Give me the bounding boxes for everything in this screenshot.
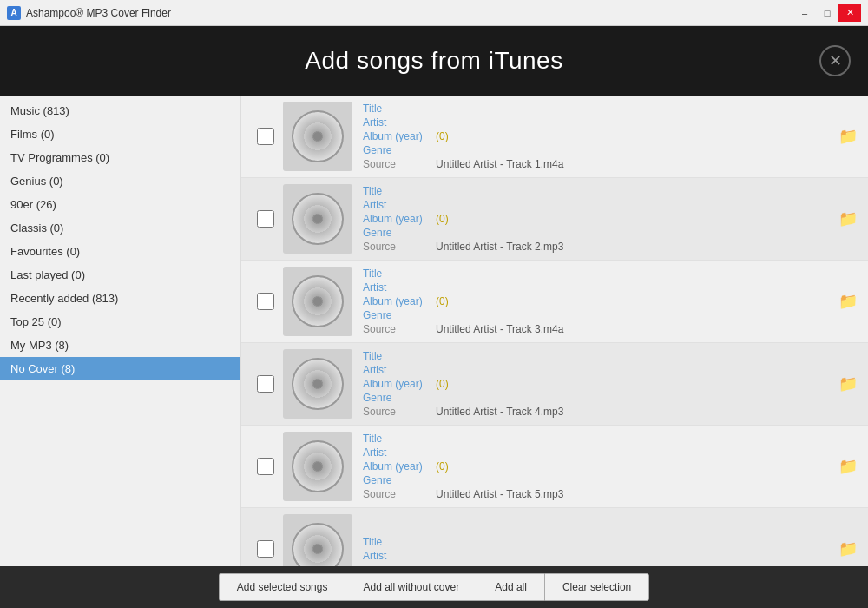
- footer: Add selected songs Add all without cover…: [0, 566, 868, 608]
- clear-selection-button[interactable]: Clear selection: [544, 573, 649, 601]
- title-field-3: Title: [363, 350, 828, 362]
- sidebar-item-5[interactable]: Classis (0): [0, 216, 240, 240]
- folder-icon-4[interactable]: 📁: [835, 453, 861, 479]
- source-value-4: Untitled Artist - Track 5.mp3: [436, 488, 563, 500]
- sidebar-item-8[interactable]: Recently added (813): [0, 287, 240, 310]
- source-label-4: Source: [363, 488, 432, 500]
- genre-field-3: Genre: [363, 392, 828, 404]
- song-checkbox-1[interactable]: [257, 210, 274, 228]
- title-label-5: Title: [363, 536, 432, 548]
- source-field-2: SourceUntitled Artist - Track 3.m4a: [363, 323, 828, 335]
- song-cover-1: [283, 184, 352, 254]
- sidebar-item-11[interactable]: No Cover (8): [0, 357, 240, 380]
- minimize-button[interactable]: –: [793, 4, 816, 22]
- title-field-5: Title: [363, 536, 828, 548]
- title-field-2: Title: [363, 268, 828, 280]
- artist-label-3: Artist: [363, 364, 432, 376]
- header: Add songs from iTunes ✕: [0, 26, 868, 96]
- album-year-field-4: Album (year)(0): [363, 460, 828, 473]
- album-year-label-3: Album (year): [363, 378, 432, 390]
- album-year-value-3: (0): [436, 378, 449, 390]
- source-value-1: Untitled Artist - Track 2.mp3: [436, 241, 563, 253]
- song-checkbox-3[interactable]: [257, 375, 274, 393]
- window-title: Ashampoo® MP3 Cover Finder: [26, 7, 171, 19]
- artist-field-5: Artist: [363, 550, 828, 562]
- source-value-2: Untitled Artist - Track 3.m4a: [436, 323, 563, 335]
- song-details-3: TitleArtistAlbum (year)(0)GenreSourceUnt…: [363, 350, 828, 418]
- title-bar-left: A Ashampoo® MP3 Cover Finder: [7, 6, 171, 20]
- artist-field-0: Artist: [363, 116, 828, 129]
- sidebar-item-2[interactable]: TV Programmes (0): [0, 146, 240, 169]
- album-year-value-2: (0): [436, 295, 449, 307]
- artist-label-4: Artist: [363, 446, 432, 459]
- folder-icon-1[interactable]: 📁: [835, 206, 861, 232]
- artist-label-2: Artist: [363, 281, 432, 294]
- artist-field-4: Artist: [363, 446, 828, 459]
- sidebar-item-9[interactable]: Top 25 (0): [0, 310, 240, 334]
- song-checkbox-2[interactable]: [257, 293, 274, 310]
- restore-button[interactable]: □: [816, 4, 838, 22]
- genre-field-1: Genre: [363, 227, 828, 239]
- window-close-button[interactable]: ✕: [838, 4, 861, 22]
- album-year-value-4: (0): [436, 460, 449, 473]
- folder-icon-3[interactable]: 📁: [835, 371, 861, 397]
- source-label-0: Source: [363, 158, 432, 170]
- sidebar-item-1[interactable]: Films (0): [0, 122, 240, 146]
- disc-icon-2: [292, 275, 344, 327]
- source-label-3: Source: [363, 406, 432, 418]
- album-year-value-0: (0): [436, 130, 449, 142]
- album-year-value-1: (0): [436, 213, 449, 225]
- song-details-4: TitleArtistAlbum (year)(0)GenreSourceUnt…: [363, 433, 828, 500]
- title-label-3: Title: [363, 350, 432, 362]
- main-container: Add songs from iTunes ✕ Music (813)Films…: [0, 26, 868, 608]
- sidebar-item-6[interactable]: Favourites (0): [0, 240, 240, 263]
- song-details-1: TitleArtistAlbum (year)(0)GenreSourceUnt…: [363, 185, 828, 253]
- dialog-close-button[interactable]: ✕: [819, 45, 851, 76]
- artist-label-5: Artist: [363, 550, 432, 562]
- artist-field-2: Artist: [363, 281, 828, 294]
- folder-icon-0[interactable]: 📁: [835, 123, 861, 149]
- title-field-0: Title: [363, 102, 828, 115]
- add-selected-button[interactable]: Add selected songs: [219, 573, 345, 601]
- title-label-0: Title: [363, 102, 432, 115]
- source-field-0: SourceUntitled Artist - Track 1.m4a: [363, 158, 828, 170]
- genre-field-4: Genre: [363, 474, 828, 486]
- song-checkbox-0[interactable]: [257, 128, 274, 145]
- sidebar-item-4[interactable]: 90er (26): [0, 193, 240, 216]
- sidebar-item-7[interactable]: Last played (0): [0, 263, 240, 287]
- add-all-button[interactable]: Add all: [477, 573, 544, 601]
- artist-label-0: Artist: [363, 116, 432, 129]
- genre-field-2: Genre: [363, 309, 828, 321]
- sidebar-item-0[interactable]: Music (813): [0, 99, 240, 122]
- source-label-1: Source: [363, 241, 432, 253]
- folder-icon-2[interactable]: 📁: [835, 288, 861, 314]
- source-value-3: Untitled Artist - Track 4.mp3: [436, 406, 563, 418]
- song-details-0: TitleArtistAlbum (year)(0)GenreSourceUnt…: [363, 102, 828, 170]
- disc-icon-5: [292, 523, 344, 566]
- folder-icon-5[interactable]: 📁: [835, 536, 861, 562]
- genre-label-2: Genre: [363, 309, 432, 321]
- sidebar-item-3[interactable]: Genius (0): [0, 169, 240, 193]
- song-cover-2: [283, 267, 352, 336]
- artist-label-1: Artist: [363, 199, 432, 211]
- title-field-1: Title: [363, 185, 828, 197]
- title-field-4: Title: [363, 433, 828, 445]
- song-checkbox-5[interactable]: [257, 540, 274, 558]
- add-without-cover-button[interactable]: Add all without cover: [345, 573, 477, 601]
- title-label-4: Title: [363, 433, 432, 445]
- song-cover-0: [283, 102, 352, 171]
- disc-icon-4: [292, 440, 344, 492]
- album-year-label-2: Album (year): [363, 295, 432, 307]
- song-details-2: TitleArtistAlbum (year)(0)GenreSourceUnt…: [363, 268, 828, 335]
- sidebar-item-10[interactable]: My MP3 (8): [0, 334, 240, 357]
- album-year-field-1: Album (year)(0): [363, 213, 828, 225]
- song-row-2: TitleArtistAlbum (year)(0)GenreSourceUnt…: [241, 261, 868, 343]
- disc-icon-0: [292, 110, 344, 162]
- content-area: Music (813)Films (0)TV Programmes (0)Gen…: [0, 96, 868, 566]
- song-row-1: TitleArtistAlbum (year)(0)GenreSourceUnt…: [241, 178, 868, 261]
- dialog-title: Add songs from iTunes: [305, 47, 562, 75]
- genre-field-0: Genre: [363, 144, 828, 156]
- window-controls: – □ ✕: [793, 4, 861, 22]
- source-value-0: Untitled Artist - Track 1.m4a: [436, 158, 563, 170]
- song-checkbox-4[interactable]: [257, 458, 274, 475]
